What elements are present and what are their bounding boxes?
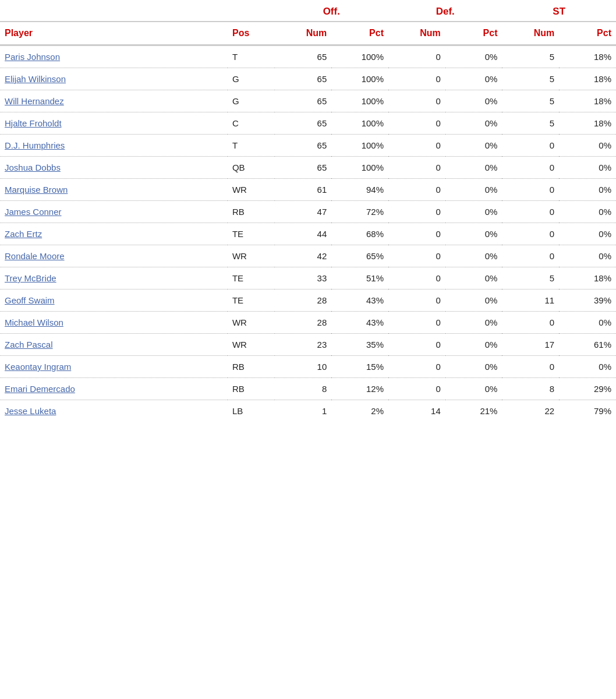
player-name-cell[interactable]: Rondale Moore xyxy=(0,245,228,267)
pos-cell: TE xyxy=(228,267,275,290)
off-num-cell: 23 xyxy=(275,334,332,356)
player-name-cell[interactable]: James Conner xyxy=(0,201,228,223)
st-pct-cell: 18% xyxy=(559,90,616,112)
pos-cell: G xyxy=(228,68,275,90)
st-num-cell: 0 xyxy=(502,135,559,157)
def-num-cell: 0 xyxy=(388,267,445,290)
col-header-row: Player Pos Num Pct Num Pct Num Pct xyxy=(0,22,616,45)
st-num-cell: 5 xyxy=(502,68,559,90)
table-row: Keaontay IngramRB1015%00%00% xyxy=(0,356,616,378)
player-name-cell[interactable]: Elijah Wilkinson xyxy=(0,68,228,90)
pos-cell: C xyxy=(228,112,275,135)
def-pct-cell: 0% xyxy=(445,378,502,400)
off-num-cell: 61 xyxy=(275,179,332,201)
pos-cell: T xyxy=(228,135,275,157)
st-num-cell: 0 xyxy=(502,245,559,267)
table-row: Zach ErtzTE4468%00%00% xyxy=(0,223,616,245)
st-num-cell: 0 xyxy=(502,356,559,378)
def-num-cell: 0 xyxy=(388,290,445,312)
st-pct-cell: 18% xyxy=(559,267,616,290)
player-name-cell[interactable]: Michael Wilson xyxy=(0,312,228,334)
table-row: Trey McBrideTE3351%00%518% xyxy=(0,267,616,290)
player-name-cell[interactable]: Hjalte Froholdt xyxy=(0,112,228,135)
def-pct-cell: 21% xyxy=(445,400,502,422)
table-row: D.J. HumphriesT65100%00%00% xyxy=(0,135,616,157)
col-off-num: Num xyxy=(275,22,332,45)
def-pct-cell: 0% xyxy=(445,135,502,157)
off-pct-cell: 100% xyxy=(331,157,388,179)
pos-cell: WR xyxy=(228,245,275,267)
st-num-cell: 5 xyxy=(502,267,559,290)
def-pct-cell: 0% xyxy=(445,112,502,135)
st-num-cell: 0 xyxy=(502,312,559,334)
table-row: Elijah WilkinsonG65100%00%518% xyxy=(0,68,616,90)
pos-cell: TE xyxy=(228,290,275,312)
group-header-offense: Off. xyxy=(275,0,388,22)
def-pct-cell: 0% xyxy=(445,334,502,356)
player-name-cell[interactable]: Zach Ertz xyxy=(0,223,228,245)
player-name-cell[interactable]: Keaontay Ingram xyxy=(0,356,228,378)
off-pct-cell: 43% xyxy=(331,312,388,334)
off-pct-cell: 12% xyxy=(331,378,388,400)
off-num-cell: 28 xyxy=(275,290,332,312)
pos-cell: RB xyxy=(228,356,275,378)
off-num-cell: 65 xyxy=(275,135,332,157)
player-name-cell[interactable]: Joshua Dobbs xyxy=(0,157,228,179)
off-num-cell: 33 xyxy=(275,267,332,290)
off-num-cell: 10 xyxy=(275,356,332,378)
def-pct-cell: 0% xyxy=(445,223,502,245)
st-num-cell: 0 xyxy=(502,179,559,201)
off-pct-cell: 94% xyxy=(331,179,388,201)
pos-cell: WR xyxy=(228,312,275,334)
table-row: Rondale MooreWR4265%00%00% xyxy=(0,245,616,267)
off-pct-cell: 35% xyxy=(331,334,388,356)
off-num-cell: 8 xyxy=(275,378,332,400)
pos-cell: WR xyxy=(228,334,275,356)
col-st-num: Num xyxy=(502,22,559,45)
table-row: Will HernandezG65100%00%518% xyxy=(0,90,616,112)
st-num-cell: 5 xyxy=(502,90,559,112)
player-name-cell[interactable]: Trey McBride xyxy=(0,267,228,290)
player-name-cell[interactable]: Zach Pascal xyxy=(0,334,228,356)
player-name-cell[interactable]: Emari Demercado xyxy=(0,378,228,400)
off-num-cell: 44 xyxy=(275,223,332,245)
off-pct-cell: 68% xyxy=(331,223,388,245)
player-name-cell[interactable]: Paris Johnson xyxy=(0,45,228,68)
player-name-cell[interactable]: D.J. Humphries xyxy=(0,135,228,157)
st-num-cell: 22 xyxy=(502,400,559,422)
st-pct-cell: 0% xyxy=(559,201,616,223)
pos-cell: QB xyxy=(228,157,275,179)
def-num-cell: 0 xyxy=(388,90,445,112)
table-row: Zach PascalWR2335%00%1761% xyxy=(0,334,616,356)
pos-cell: G xyxy=(228,90,275,112)
off-num-cell: 65 xyxy=(275,112,332,135)
st-pct-cell: 18% xyxy=(559,45,616,68)
snap-count-table: Off. Def. ST Player Pos Num Pct Num Pct … xyxy=(0,0,616,699)
table-row: Marquise BrownWR6194%00%00% xyxy=(0,179,616,201)
def-num-cell: 0 xyxy=(388,112,445,135)
st-pct-cell: 0% xyxy=(559,135,616,157)
def-num-cell: 0 xyxy=(388,179,445,201)
pos-cell: LB xyxy=(228,400,275,422)
st-pct-cell: 0% xyxy=(559,179,616,201)
st-num-cell: 0 xyxy=(502,201,559,223)
col-off-pct: Pct xyxy=(331,22,388,45)
pos-cell: WR xyxy=(228,179,275,201)
player-name-cell[interactable]: Will Hernandez xyxy=(0,90,228,112)
group-header-row: Off. Def. ST xyxy=(0,0,616,22)
player-name-cell[interactable]: Geoff Swaim xyxy=(0,290,228,312)
def-pct-cell: 0% xyxy=(445,90,502,112)
off-num-cell: 1 xyxy=(275,400,332,422)
col-def-pct: Pct xyxy=(445,22,502,45)
off-pct-cell: 43% xyxy=(331,290,388,312)
def-num-cell: 0 xyxy=(388,135,445,157)
def-num-cell: 0 xyxy=(388,245,445,267)
st-pct-cell: 39% xyxy=(559,290,616,312)
def-num-cell: 0 xyxy=(388,45,445,68)
st-num-cell: 11 xyxy=(502,290,559,312)
st-num-cell: 5 xyxy=(502,112,559,135)
player-name-cell[interactable]: Marquise Brown xyxy=(0,179,228,201)
off-pct-cell: 100% xyxy=(331,68,388,90)
st-pct-cell: 0% xyxy=(559,312,616,334)
player-name-cell[interactable]: Jesse Luketa xyxy=(0,400,228,422)
